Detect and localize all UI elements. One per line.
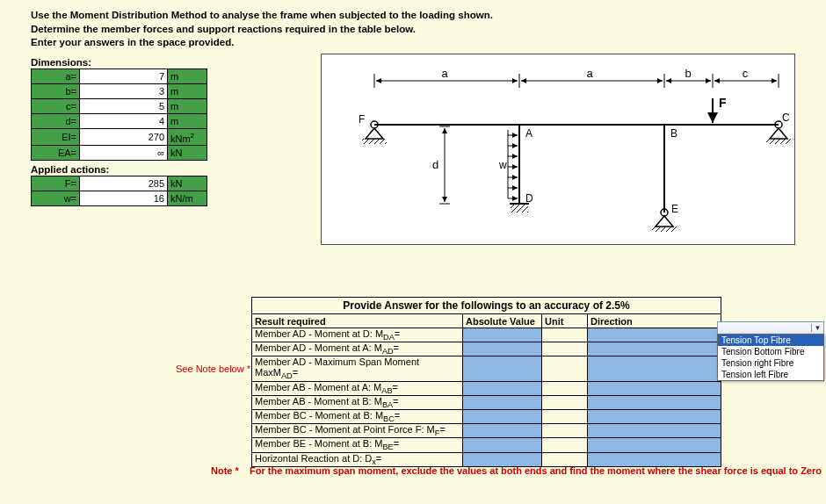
svg-text:w: w — [498, 159, 507, 171]
param-value[interactable]: 3 — [80, 83, 168, 98]
table-row: Member AD - Moment at D: MDA= — [252, 328, 721, 342]
param-value[interactable]: 270 — [80, 128, 168, 146]
param-unit: kNm2 — [168, 128, 207, 146]
param-label: EA= — [32, 146, 80, 161]
svg-text:C: C — [782, 112, 790, 124]
col-unit: Unit — [542, 314, 588, 328]
param-label: d= — [32, 113, 80, 128]
dropdown-option[interactable]: Tension Top Fibre — [718, 335, 823, 346]
table-row: Member BE - Moment at B: MBE= — [252, 438, 721, 452]
footnote-text: For the maximum span moment, exclude the… — [250, 465, 822, 476]
absolute-value-input[interactable] — [463, 409, 542, 423]
absolute-value-input[interactable] — [463, 342, 542, 356]
param-value[interactable]: 285 — [80, 176, 168, 191]
table-row: Horizontal Reaction at D: Dx= — [252, 452, 721, 466]
result-desc: Member BC - Moment at B: MBC= — [252, 409, 463, 423]
dropdown-option[interactable]: Tension Bottom Fibre — [718, 346, 823, 357]
param-unit: kN — [168, 146, 207, 161]
param-unit: m — [168, 113, 207, 128]
instructions: Use the Moment Distribution Method to an… — [0, 0, 826, 54]
param-label: b= — [32, 83, 80, 98]
dimensions-table: a=7mb=3mc=5md=4mEI=270kNm2EA=∞kN — [31, 68, 207, 162]
direction-input[interactable] — [588, 328, 721, 342]
instruction-line: Determine the member forces and support … — [31, 23, 795, 37]
svg-text:E: E — [671, 203, 678, 215]
param-value[interactable]: 4 — [80, 113, 168, 128]
direction-input[interactable] — [588, 438, 721, 452]
svg-text:a: a — [441, 67, 448, 80]
result-desc: Member AD - Moment at A: MAD= — [252, 342, 463, 356]
param-unit: kN/m — [168, 191, 207, 206]
dropdown-option[interactable]: Tension left Fibre — [718, 369, 823, 380]
absolute-value-input[interactable] — [463, 452, 542, 466]
actions-table: F=285kNw=16kN/m — [31, 176, 207, 206]
direction-input[interactable] — [588, 342, 721, 356]
absolute-value-input[interactable] — [463, 395, 542, 409]
param-value[interactable]: 7 — [80, 68, 168, 83]
svg-text:B: B — [670, 127, 677, 140]
col-direction: Direction — [588, 314, 721, 328]
result-desc: Member AD - Moment at D: MDA= — [252, 328, 463, 342]
frame-diagram: a a b c F F C A — [321, 54, 795, 245]
unit-cell — [542, 424, 588, 438]
unit-cell — [542, 452, 588, 466]
actions-title: Applied actions: — [31, 164, 294, 175]
result-desc: Member AB - Moment at A: MAB= — [252, 381, 463, 395]
direction-input[interactable] — [588, 356, 721, 381]
param-label: F= — [32, 176, 80, 191]
direction-input[interactable] — [588, 409, 721, 423]
table-row: Member AD - Maximum Span Moment MaxMAD= — [252, 356, 721, 381]
param-value[interactable]: 16 — [80, 191, 168, 206]
unit-cell — [542, 356, 588, 381]
result-desc: Member BE - Moment at B: MBE= — [252, 438, 463, 452]
unit-cell — [542, 395, 588, 409]
param-unit: m — [168, 98, 207, 113]
direction-input[interactable] — [588, 452, 721, 466]
table-row: Member AB - Moment at A: MAB= — [252, 381, 721, 395]
unit-cell — [542, 409, 588, 423]
answer-table: Provide Answer for the followings to an … — [251, 297, 721, 467]
instruction-line: Enter your answers in the space provided… — [31, 36, 795, 50]
result-desc: Member AD - Maximum Span Moment MaxMAD= — [252, 356, 463, 381]
param-unit: m — [168, 68, 207, 83]
absolute-value-input[interactable] — [463, 328, 542, 342]
footnote-tag: Note * — [211, 465, 239, 476]
col-absolute-value: Absolute Value — [463, 314, 542, 328]
param-label: EI= — [32, 128, 80, 146]
table-row: Member AB - Moment at B: MBA= — [252, 395, 721, 409]
absolute-value-input[interactable] — [463, 438, 542, 452]
absolute-value-input[interactable] — [463, 381, 542, 395]
svg-text:A: A — [525, 127, 533, 140]
svg-text:a: a — [586, 67, 593, 80]
svg-text:F: F — [719, 96, 727, 110]
param-value[interactable]: 5 — [80, 98, 168, 113]
chevron-down-icon: ▼ — [811, 324, 823, 332]
param-value[interactable]: ∞ — [80, 146, 168, 161]
unit-cell — [542, 328, 588, 342]
svg-text:F: F — [359, 113, 365, 126]
see-note-label: See Note below * — [176, 364, 250, 374]
svg-text:c: c — [743, 67, 749, 80]
absolute-value-input[interactable] — [463, 356, 542, 381]
svg-text:D: D — [525, 192, 533, 205]
param-unit: m — [168, 83, 207, 98]
svg-rect-17 — [362, 139, 387, 144]
svg-rect-20 — [766, 139, 791, 144]
svg-rect-39 — [652, 227, 677, 232]
dropdown-option[interactable]: Tension right Fibre — [718, 357, 823, 369]
param-label: a= — [32, 68, 80, 83]
param-unit: kN — [168, 176, 207, 191]
direction-input[interactable] — [588, 381, 721, 395]
absolute-value-input[interactable] — [463, 424, 542, 438]
svg-rect-33 — [511, 204, 528, 212]
direction-input[interactable] — [588, 395, 721, 409]
result-desc: Member BC - Moment at Point Force F: MF= — [252, 424, 463, 438]
direction-select[interactable]: ▼ — [717, 321, 824, 335]
table-row: Member BC - Moment at Point Force F: MF= — [252, 424, 721, 438]
direction-input[interactable] — [588, 424, 721, 438]
result-desc: Member AB - Moment at B: MBA= — [252, 395, 463, 409]
unit-cell — [542, 342, 588, 356]
svg-text:d: d — [432, 158, 438, 171]
direction-dropdown[interactable]: Tension Top FibreTension Bottom FibreTen… — [717, 334, 824, 381]
answer-caption: Provide Answer for the followings to an … — [251, 297, 721, 313]
